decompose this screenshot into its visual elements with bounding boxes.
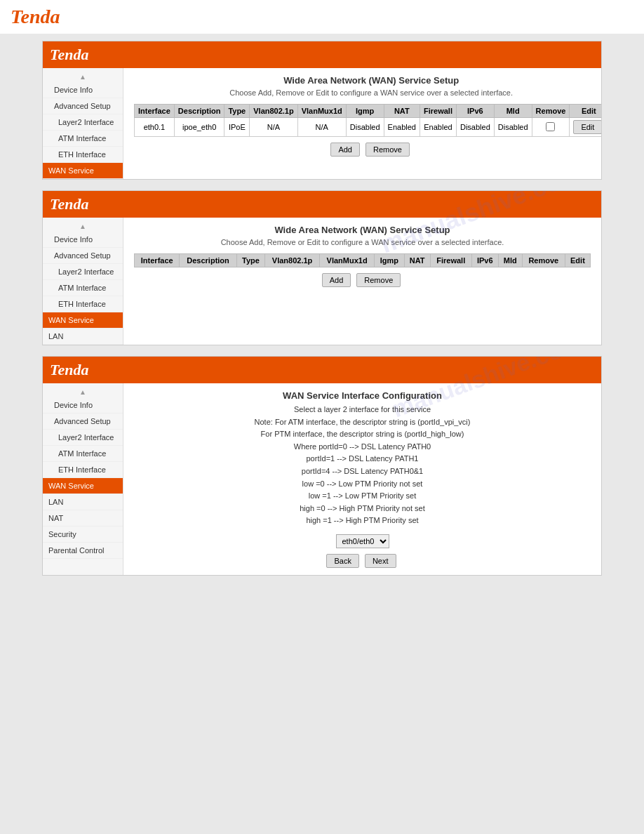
sidebar2-wan[interactable]: WAN Service (43, 312, 123, 329)
th-igmp: Igmp (346, 105, 384, 118)
td-edit[interactable]: Edit (570, 118, 602, 137)
desc-line-9: high =0 --> High PTM Priority not set (134, 503, 591, 515)
sidebar1-atm[interactable]: ATM Interface (43, 131, 123, 147)
sidebar3-eth[interactable]: ETH Interface (43, 462, 123, 478)
desc-line-1: Select a layer 2 interface for this serv… (134, 404, 591, 416)
sidebar3-device-info[interactable]: Device Info (43, 397, 123, 413)
scroll-up-2: ▲ (43, 221, 123, 232)
panel1-title: Wide Area Network (WAN) Service Setup (134, 75, 602, 86)
desc-line-10: high =1 --> High PTM Priority set (134, 515, 591, 527)
td-vlan8021p: N/A (250, 118, 297, 137)
th-edit: Edit (570, 105, 602, 118)
panel2-logo: Tenda (50, 195, 88, 213)
desc-line-2: Note: For ATM interface, the descriptor … (134, 416, 591, 429)
th-nat: NAT (384, 105, 420, 118)
panel3-logo: Tenda (50, 361, 88, 379)
desc-line-7: low =0 --> Low PTM Priority not set (134, 478, 591, 491)
panel3: Tenda manualshive.com ▲ Device Info Adva… (42, 356, 602, 576)
sidebar3-parental[interactable]: Parental Control (43, 543, 123, 559)
panel1-sidebar: ▲ Device Info Advanced Setup Layer2 Inte… (43, 68, 123, 179)
desc-line-6: portId=4 --> DSL Latency PATH0&1 (134, 465, 591, 478)
panel3-body: ▲ Device Info Advanced Setup Layer2 Inte… (43, 383, 601, 575)
panel1: Tenda ▲ Device Info Advanced Setup Layer… (42, 41, 602, 180)
edit-button[interactable]: Edit (573, 120, 602, 134)
page-header: Tenda (0, 0, 644, 34)
sidebar1-layer2[interactable]: Layer2 Interface (43, 114, 123, 131)
panel2-subtitle: Choose Add, Remove or Edit to configure … (134, 238, 591, 246)
td-remove[interactable] (532, 118, 570, 137)
sidebar1-eth[interactable]: ETH Interface (43, 147, 123, 163)
sidebar3-layer2[interactable]: Layer2 Interface (43, 430, 123, 446)
panel2-header: Tenda manualshive.com (43, 191, 601, 218)
th-description: Description (174, 105, 224, 118)
scroll-up-3: ▲ (43, 387, 123, 397)
panel1-header: Tenda (43, 41, 601, 68)
sidebar3-security[interactable]: Security (43, 527, 123, 543)
sidebar2-advanced-setup[interactable]: Advanced Setup (43, 248, 123, 264)
panel1-main: Wide Area Network (WAN) Service Setup Ch… (123, 68, 602, 179)
sidebar3-nat[interactable]: NAT (43, 510, 123, 527)
p2-th-mld: Mld (498, 254, 522, 267)
table-row: eth0.1 ipoe_eth0 IPoE N/A N/A Disabled E… (135, 118, 603, 137)
p2-th-ipv6: IPv6 (471, 254, 498, 267)
td-nat: Enabled (384, 118, 420, 137)
sidebar3-advanced-setup[interactable]: Advanced Setup (43, 413, 123, 430)
p2-th-interface: Interface (135, 254, 180, 267)
td-igmp: Disabled (346, 118, 384, 137)
td-vlanmux1d: N/A (297, 118, 346, 137)
p2-th-vlan8021p: Vlan802.1p (265, 254, 320, 267)
interface-dropdown[interactable]: eth0/eth0 (336, 534, 389, 548)
remove-checkbox[interactable] (546, 122, 555, 131)
sidebar2-lan[interactable]: LAN (43, 329, 123, 345)
td-type: IPoE (224, 118, 250, 137)
panel2: Tenda manualshive.com ▲ Device Info Adva… (42, 190, 602, 345)
desc-line-8: low =1 --> Low PTM Priority set (134, 490, 591, 503)
p2-th-edit: Edit (565, 254, 590, 267)
panel3-header: Tenda manualshive.com (43, 357, 601, 383)
td-mld: Disabled (494, 118, 532, 137)
td-ipv6: Disabled (456, 118, 494, 137)
td-description: ipoe_eth0 (174, 118, 224, 137)
panel2-sidebar: ▲ Device Info Advanced Setup Layer2 Inte… (43, 218, 123, 345)
add-button-1[interactable]: Add (330, 143, 360, 157)
sidebar2-atm[interactable]: ATM Interface (43, 280, 123, 296)
panel2-btn-row: Add Remove (134, 273, 591, 287)
main-logo: Tenda (11, 6, 60, 27)
th-remove: Remove (532, 105, 570, 118)
remove-button-1[interactable]: Remove (365, 143, 410, 157)
panel1-body: ▲ Device Info Advanced Setup Layer2 Inte… (43, 68, 601, 179)
sidebar1-wan[interactable]: WAN Service (43, 163, 123, 179)
panel3-sidebar: ▲ Device Info Advanced Setup Layer2 Inte… (43, 383, 123, 575)
next-button[interactable]: Next (365, 554, 396, 568)
sidebar1-device-info[interactable]: Device Info (43, 82, 123, 98)
p2-th-nat: NAT (404, 254, 430, 267)
desc-line-5: portId=1 --> DSL Latency PATH1 (134, 453, 591, 465)
panel3-desc: Select a layer 2 interface for this serv… (134, 404, 591, 527)
scroll-up-1: ▲ (43, 72, 123, 82)
panel2-table: Interface Description Type Vlan802.1p Vl… (134, 253, 591, 267)
panel2-title: Wide Area Network (WAN) Service Setup (134, 225, 591, 235)
p2-th-igmp: Igmp (375, 254, 404, 267)
add-button-2[interactable]: Add (322, 273, 351, 287)
panel1-wrapper: Tenda ▲ Device Info Advanced Setup Layer… (42, 41, 602, 180)
sidebar3-wan[interactable]: WAN Service (43, 478, 123, 494)
td-firewall: Enabled (420, 118, 456, 137)
sidebar1-advanced-setup[interactable]: Advanced Setup (43, 98, 123, 114)
panel3-btn-row: Back Next (134, 554, 591, 568)
back-button[interactable]: Back (326, 554, 358, 568)
remove-button-2[interactable]: Remove (356, 273, 401, 287)
th-ipv6: IPv6 (456, 105, 494, 118)
p2-th-description: Description (180, 254, 236, 267)
panel3-main: WAN Service Interface Configuration Sele… (123, 383, 601, 575)
th-type: Type (224, 105, 250, 118)
panel1-table: Interface Description Type Vlan802.1p Vl… (134, 104, 602, 137)
panel2-wrapper: Tenda manualshive.com ▲ Device Info Adva… (42, 190, 602, 345)
sidebar2-device-info[interactable]: Device Info (43, 232, 123, 248)
sidebar3-lan[interactable]: LAN (43, 494, 123, 510)
sidebar3-atm[interactable]: ATM Interface (43, 446, 123, 462)
sidebar2-layer2[interactable]: Layer2 Interface (43, 264, 123, 280)
panel3-title: WAN Service Interface Configuration (134, 390, 591, 401)
sidebar2-eth[interactable]: ETH Interface (43, 296, 123, 312)
panel2-body: ▲ Device Info Advanced Setup Layer2 Inte… (43, 218, 601, 345)
p2-th-remove: Remove (522, 254, 565, 267)
